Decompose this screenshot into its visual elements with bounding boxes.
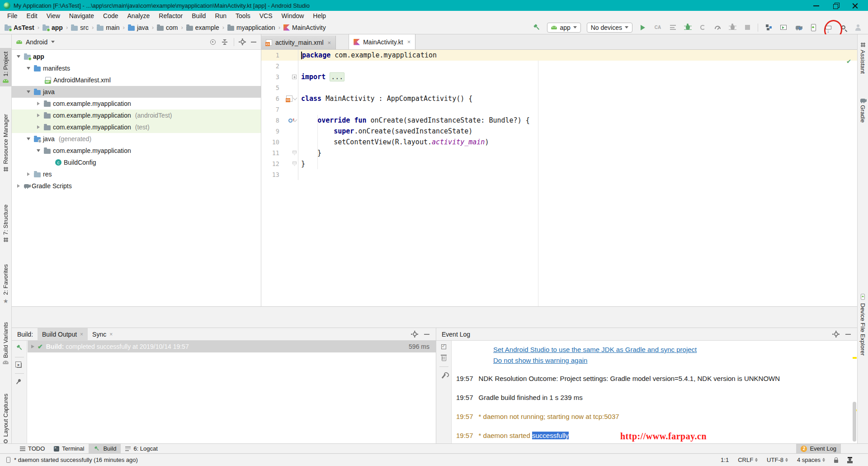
breadcrumb-main[interactable]: main [97, 24, 119, 31]
tree-row-package-androidtest[interactable]: com.example.myapplication(androidTest) [12, 109, 261, 121]
tree-row-app[interactable]: app [12, 51, 261, 62]
sidebar-item-resource-manager[interactable]: Resource Manager [0, 114, 11, 171]
tree-row-androidmanifest[interactable]: MFAndroidManifest.xml [12, 74, 261, 86]
breadcrumb-com[interactable]: com [157, 24, 178, 31]
menu-tools[interactable]: Tools [231, 12, 255, 19]
project-view-selector[interactable]: Android [26, 38, 47, 46]
tree-row-package-generated[interactable]: com.example.myapplication [12, 145, 261, 157]
breadcrumb-project[interactable]: AsTest [5, 24, 34, 31]
close-tab-icon[interactable]: × [109, 331, 113, 338]
clear-log-icon[interactable] [442, 356, 446, 361]
event-log-scrollbar[interactable] [852, 341, 857, 443]
build-result-row[interactable]: ✔ Build: completed successfully at 2019/… [28, 341, 436, 352]
restore-button[interactable] [833, 3, 839, 9]
stop-button[interactable] [743, 23, 752, 32]
tab-event-log[interactable]: 2Event Log [796, 444, 841, 454]
inspections-hector-icon[interactable] [847, 457, 853, 463]
caret-position-widget[interactable]: 1:1 [721, 456, 729, 463]
tab-logcat[interactable]: 6: Logcat [121, 444, 162, 454]
menu-vcs[interactable]: VCS [255, 12, 277, 19]
tree-row-package-test[interactable]: com.example.myapplication(test) [12, 121, 261, 133]
menu-code[interactable]: Code [99, 12, 123, 19]
tree-row-buildconfig[interactable]: cBuildConfig [12, 157, 261, 168]
tab-mainactivity-kt[interactable]: MainActivity.kt× [349, 34, 415, 49]
collapse-all-icon[interactable] [222, 39, 227, 45]
make-project-button[interactable] [532, 23, 541, 32]
tab-build[interactable]: Build [89, 444, 121, 454]
project-structure-button[interactable] [764, 23, 773, 32]
menu-edit[interactable]: Edit [22, 12, 42, 19]
folded-imports[interactable]: ... [330, 72, 344, 81]
minimize-button[interactable] [813, 3, 819, 9]
menu-build[interactable]: Build [187, 12, 210, 19]
menu-window[interactable]: Window [277, 12, 309, 19]
tree-row-java[interactable]: java [12, 86, 261, 98]
close-tab-icon[interactable]: × [407, 38, 411, 45]
rerun-build-icon[interactable] [14, 343, 24, 352]
fold-collapse-icon[interactable] [293, 95, 297, 100]
gradle-sync-button[interactable]: ↻ [794, 23, 803, 32]
menu-navigate[interactable]: Navigate [65, 12, 99, 19]
menu-analyze[interactable]: Analyze [123, 12, 155, 19]
close-button[interactable] [852, 3, 858, 9]
menu-file[interactable]: File [3, 12, 22, 19]
run-button[interactable] [638, 23, 647, 32]
tab-terminal[interactable]: Terminal [49, 444, 89, 454]
tree-row-manifests[interactable]: manifests [12, 62, 261, 74]
mark-all-read-icon[interactable] [441, 344, 446, 349]
jdk-sync-link[interactable]: Set Android Studio to use the same JDK a… [493, 344, 852, 355]
hide-panel-icon[interactable] [251, 42, 256, 43]
apply-changes-button[interactable]: CA [653, 23, 662, 32]
tree-row-java-generated[interactable]: java(generated) [12, 133, 261, 145]
hide-panel-icon[interactable] [845, 334, 851, 335]
tab-activity-main-xml[interactable]: <>activity_main.xml× [261, 36, 336, 49]
breadcrumb-mainactivity[interactable]: MainActivity [283, 24, 326, 31]
breadcrumb-myapplication[interactable]: myapplication [227, 24, 275, 31]
menu-view[interactable]: View [42, 12, 65, 19]
override-method-icon[interactable] [288, 119, 292, 123]
tree-row-gradle-scripts[interactable]: Gradle Scripts [12, 180, 261, 192]
run-configuration-select[interactable]: app [547, 23, 580, 33]
sidebar-item-build-variants[interactable]: Build Variants [0, 322, 11, 364]
profile-app-button[interactable] [713, 23, 722, 32]
sidebar-item-favorites[interactable]: 2: Favorites★ [0, 264, 11, 304]
sidebar-item-project[interactable]: 1: Project [0, 48, 11, 86]
menu-run[interactable]: Run [210, 12, 231, 19]
debug-button[interactable] [683, 23, 692, 32]
encoding-widget[interactable]: UTF-8 [767, 456, 788, 463]
tab-build-output[interactable]: Build Output× [38, 328, 88, 341]
tree-row-package-main[interactable]: com.example.myapplication [12, 98, 261, 109]
sdk-manager-button[interactable] [824, 23, 833, 32]
breadcrumb-src[interactable]: src [71, 24, 89, 31]
lock-icon[interactable] [834, 460, 838, 463]
code-area[interactable]: 1package com.example.myapplication✔ 2 3i… [261, 50, 857, 306]
fold-expand-icon[interactable] [292, 75, 297, 79]
attach-debugger-button[interactable] [728, 23, 737, 32]
device-select[interactable]: No devices [587, 23, 632, 33]
sidebar-item-assistant[interactable]: Assistant [858, 43, 868, 74]
tree-row-res[interactable]: res [12, 168, 261, 180]
settings-wrench-icon[interactable] [442, 374, 446, 378]
close-tab-icon[interactable]: × [328, 39, 331, 46]
tab-todo[interactable]: TODO [15, 444, 49, 454]
pin-icon[interactable] [17, 379, 21, 382]
related-layout-icon[interactable]: <> [286, 95, 292, 102]
apply-code-changes-button[interactable] [668, 23, 677, 32]
breadcrumb-example[interactable]: example [186, 24, 219, 31]
chevron-down-icon[interactable] [51, 41, 55, 43]
search-everywhere-button[interactable] [839, 23, 848, 32]
menu-refactor[interactable]: Refactor [154, 12, 187, 19]
hide-panel-icon[interactable] [424, 334, 429, 335]
avd-manager-button[interactable] [809, 23, 818, 32]
breadcrumb-app[interactable]: app [42, 24, 63, 31]
profile-avatar-icon[interactable] [854, 23, 863, 32]
dont-show-warning-link[interactable]: Do not show this warning again [493, 355, 852, 366]
indent-widget[interactable]: 4 spaces [797, 456, 825, 463]
gear-icon[interactable] [834, 332, 838, 336]
sidebar-item-layout-captures[interactable]: Layout Captures [0, 394, 11, 443]
profiler-button[interactable] [698, 23, 707, 32]
toggle-view-icon[interactable] [17, 363, 22, 368]
close-tab-icon[interactable]: × [80, 331, 83, 338]
scrollbar-thumb[interactable] [853, 402, 856, 442]
gear-icon[interactable] [241, 40, 245, 44]
